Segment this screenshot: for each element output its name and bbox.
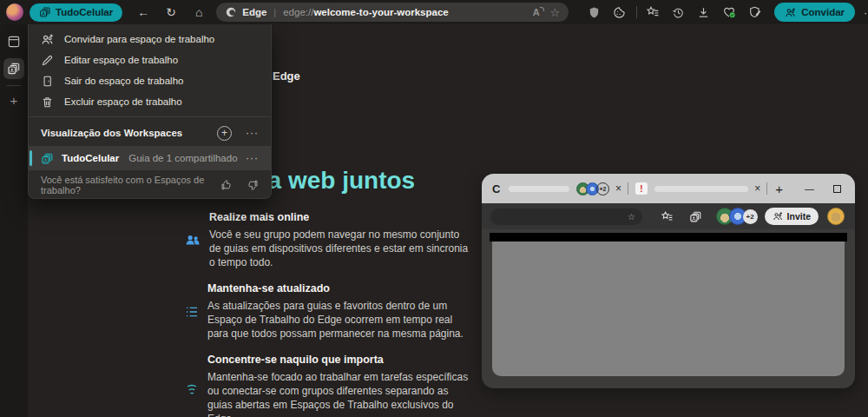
mockup-tab-title-placeholder <box>654 186 748 192</box>
workspace-button-label: TudoCelular <box>56 7 113 17</box>
workspace-item-icon <box>41 152 54 165</box>
edge-logo-icon <box>225 6 237 18</box>
web-capture-icon[interactable] <box>748 5 762 19</box>
thumbs-down-icon[interactable] <box>247 179 259 191</box>
workspace-list-header: Visualização dos Workspaces + ··· <box>29 122 271 144</box>
workspace-item-more-icon[interactable]: ··· <box>246 152 259 164</box>
menu-item-edit[interactable]: Editar espaço de trabalho <box>29 50 271 70</box>
browser-essentials-icon[interactable] <box>722 5 736 19</box>
favorites-icon[interactable] <box>646 5 660 19</box>
mockup-maximize-icon <box>833 185 841 193</box>
invite-workspace-icon <box>41 33 54 46</box>
mockup-new-tab-icon: + <box>775 182 783 196</box>
feature-item: Concentre-se naquilo que importa Mantenh… <box>185 354 471 417</box>
edit-pencil-icon <box>41 54 54 67</box>
menu-divider <box>29 116 271 117</box>
thumbs-up-icon[interactable] <box>220 179 233 191</box>
address-bar[interactable]: Edge | edge://welcome-to-your-workspace … <box>216 3 569 22</box>
mockup-favorites-icon <box>661 210 674 223</box>
home-button[interactable]: ⌂ <box>188 2 209 23</box>
mockup-avatar-overflow-badge: +2 <box>596 182 609 195</box>
feedback-row: Você está satisfeito com o Espaços de tr… <box>29 172 271 198</box>
focus-swirl-icon <box>185 354 199 417</box>
invite-button-label: Convidar <box>801 7 845 17</box>
history-icon[interactable] <box>672 6 685 19</box>
settings-more-icon[interactable]: ··· <box>864 6 868 19</box>
mockup-favorite-star-icon: ☆ <box>628 212 635 222</box>
active-workspace-indicator <box>30 150 32 166</box>
workspace-browser-mockup: C +2 × ! × + — ☆ +2 Invite <box>482 174 855 388</box>
workspaces-icon <box>39 6 51 18</box>
mockup-workspaces-icon <box>689 210 702 223</box>
mockup-avatar-overflow-badge: +2 <box>743 209 758 224</box>
feature-item: Realize mais online Você e seu grupo pod… <box>185 211 471 269</box>
address-site-name: Edge <box>242 7 266 17</box>
mockup-tab-title-placeholder <box>509 186 569 192</box>
feature-title: Mantenha-se atualizado <box>207 282 470 295</box>
workspace-list-item[interactable]: TudoCelular Guia de 1 compartilhado ··· <box>29 146 271 170</box>
downloads-icon[interactable] <box>697 6 710 19</box>
address-path: welcome-to-your-workspace <box>313 7 448 17</box>
cookie-extension-icon[interactable] <box>613 6 626 19</box>
shield-extension-icon[interactable] <box>588 6 601 19</box>
browser-toolbar: TudoCelular ← ↻ ⌂ Edge | edge://welcome-… <box>0 0 868 24</box>
feature-list: Realize mais online Você e seu grupo pod… <box>185 211 471 417</box>
mockup-minimize-icon: — <box>805 183 814 194</box>
sidebar-workspace-selected-icon[interactable] <box>3 58 24 79</box>
mockup-window-label: C <box>492 182 500 195</box>
workspace-list-title: Visualização dos Workspaces <box>41 128 217 138</box>
mockup-page-content-placeholder <box>492 242 845 376</box>
address-divider: | <box>273 7 276 17</box>
feedback-question: Você está satisfeito com o Espaços de tr… <box>41 175 207 195</box>
workspace-name: TudoCelular <box>62 153 119 163</box>
menu-item-label: Sair do espaço de trabalho <box>64 76 183 86</box>
menu-item-leave[interactable]: Sair do espaço de trabalho <box>29 70 271 91</box>
mockup-address-bar: ☆ <box>490 208 642 225</box>
workspaces-sidebar: + <box>0 24 28 417</box>
feature-body: As atualizações para guias e favoritos d… <box>207 299 470 341</box>
feature-title: Concentre-se naquilo que importa <box>207 354 470 366</box>
add-workspace-button[interactable]: + <box>217 126 232 141</box>
back-button[interactable]: ← <box>133 2 154 23</box>
mockup-invite-label: Invite <box>787 211 811 222</box>
page-brand-heading: Edge <box>273 70 300 83</box>
mockup-invite-people-icon <box>773 211 783 222</box>
mockup-favicon-alert: ! <box>635 182 648 195</box>
menu-item-label: Excluir espaço de trabalho <box>64 96 182 107</box>
list-icon <box>185 283 199 341</box>
read-aloud-icon[interactable]: A <box>533 7 540 17</box>
menu-item-invite[interactable]: Convidar para espaço de trabalho <box>29 29 271 50</box>
feature-body: Você e seu grupo podem navegar no mesmo … <box>209 228 471 269</box>
toolbar-divider <box>636 6 637 18</box>
workspace-status: Guia de 1 compartilhado <box>128 153 246 163</box>
mockup-avatar-cat <box>827 208 845 225</box>
workspace-button[interactable]: TudoCelular <box>30 3 122 22</box>
menu-item-label: Editar espaço de trabalho <box>64 55 178 65</box>
invite-button[interactable]: Convidar <box>774 3 855 22</box>
mockup-tab-divider <box>628 182 628 195</box>
favorite-this-page-icon[interactable]: ☆ <box>550 6 561 19</box>
sidebar-divider <box>7 85 21 86</box>
mockup-page-header-placeholder <box>490 233 847 242</box>
address-scheme: edge:// <box>283 7 313 17</box>
people-icon <box>185 212 201 269</box>
trash-icon <box>41 96 54 109</box>
workspace-menu: Convidar para espaço de trabalho Editar … <box>28 24 272 199</box>
mockup-tab-close-icon: × <box>754 182 760 195</box>
mockup-tab-bar: C +2 × ! × + — <box>482 174 855 203</box>
profile-avatar[interactable] <box>6 3 23 21</box>
menu-item-delete[interactable]: Excluir espaço de trabalho <box>29 91 271 112</box>
tabs-icon[interactable] <box>3 31 24 52</box>
refresh-button[interactable]: ↻ <box>161 2 181 23</box>
new-workspace-button[interactable]: + <box>3 89 24 110</box>
mockup-toolbar: ☆ +2 Invite <box>482 203 855 229</box>
workspace-list-more-icon[interactable]: ··· <box>246 127 259 139</box>
invite-people-icon <box>785 7 796 18</box>
mockup-tab-divider <box>766 182 767 195</box>
menu-item-label: Convidar para espaço de trabalho <box>64 34 214 44</box>
feature-item: Mantenha-se atualizado As atualizações p… <box>185 282 471 341</box>
feature-title: Realize mais online <box>209 211 471 223</box>
feature-body: Mantenha-se focado ao trabalhar em taref… <box>207 370 470 417</box>
exit-door-icon <box>41 75 54 88</box>
mockup-invite-button: Invite <box>765 208 819 225</box>
